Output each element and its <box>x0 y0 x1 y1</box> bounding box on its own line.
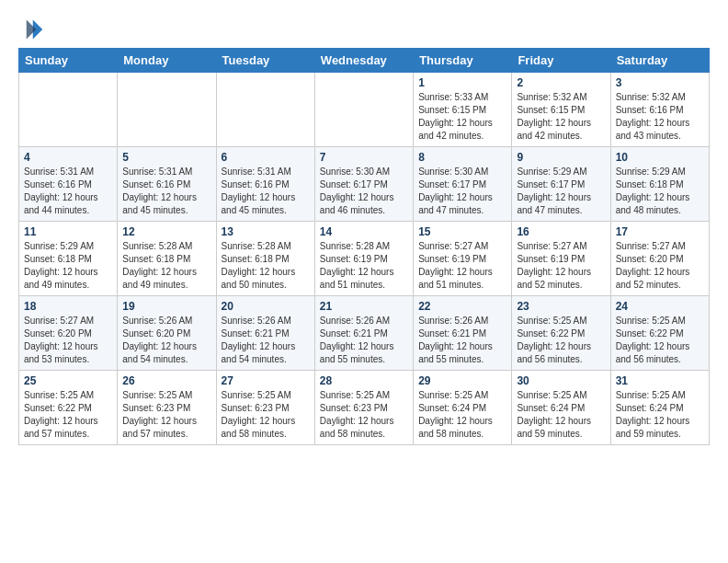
day-cell: 31Sunrise: 5:25 AM Sunset: 6:24 PM Dayli… <box>610 371 709 445</box>
day-number: 1 <box>418 76 506 89</box>
day-cell: 7Sunrise: 5:30 AM Sunset: 6:17 PM Daylig… <box>314 147 413 222</box>
day-info: Sunrise: 5:29 AM Sunset: 6:17 PM Dayligh… <box>517 166 605 217</box>
day-cell: 6Sunrise: 5:31 AM Sunset: 6:16 PM Daylig… <box>216 147 314 222</box>
day-cell <box>314 73 413 147</box>
day-info: Sunrise: 5:25 AM Sunset: 6:22 PM Dayligh… <box>24 389 112 441</box>
weekday-header-saturday: Saturday <box>610 49 709 73</box>
day-cell: 26Sunrise: 5:25 AM Sunset: 6:23 PM Dayli… <box>118 371 216 445</box>
day-number: 2 <box>517 76 605 89</box>
day-info: Sunrise: 5:31 AM Sunset: 6:16 PM Dayligh… <box>122 166 210 217</box>
logo-icon <box>18 17 44 42</box>
day-info: Sunrise: 5:27 AM Sunset: 6:19 PM Dayligh… <box>517 240 605 292</box>
day-cell: 10Sunrise: 5:29 AM Sunset: 6:18 PM Dayli… <box>610 147 709 222</box>
day-cell: 20Sunrise: 5:26 AM Sunset: 6:21 PM Dayli… <box>216 296 314 371</box>
day-cell: 28Sunrise: 5:25 AM Sunset: 6:23 PM Dayli… <box>314 371 413 445</box>
day-info: Sunrise: 5:25 AM Sunset: 6:24 PM Dayligh… <box>517 389 605 441</box>
day-cell: 25Sunrise: 5:25 AM Sunset: 6:22 PM Dayli… <box>19 371 118 445</box>
day-info: Sunrise: 5:31 AM Sunset: 6:16 PM Dayligh… <box>222 166 310 217</box>
day-info: Sunrise: 5:25 AM Sunset: 6:22 PM Dayligh… <box>517 315 605 366</box>
day-info: Sunrise: 5:25 AM Sunset: 6:23 PM Dayligh… <box>320 389 408 441</box>
day-number: 25 <box>24 374 112 387</box>
day-cell: 5Sunrise: 5:31 AM Sunset: 6:16 PM Daylig… <box>118 147 216 222</box>
day-number: 21 <box>320 300 408 313</box>
day-number: 31 <box>616 374 704 387</box>
day-info: Sunrise: 5:25 AM Sunset: 6:23 PM Dayligh… <box>122 389 210 441</box>
day-number: 3 <box>616 76 704 89</box>
day-number: 26 <box>122 374 210 387</box>
calendar-table: SundayMondayTuesdayWednesdayThursdayFrid… <box>18 48 710 445</box>
day-info: Sunrise: 5:28 AM Sunset: 6:19 PM Dayligh… <box>320 240 408 292</box>
day-cell: 11Sunrise: 5:29 AM Sunset: 6:18 PM Dayli… <box>19 222 118 296</box>
day-number: 24 <box>616 300 704 313</box>
day-cell: 16Sunrise: 5:27 AM Sunset: 6:19 PM Dayli… <box>512 222 610 296</box>
day-info: Sunrise: 5:33 AM Sunset: 6:15 PM Dayligh… <box>418 91 506 143</box>
day-info: Sunrise: 5:27 AM Sunset: 6:20 PM Dayligh… <box>616 240 704 292</box>
day-cell: 17Sunrise: 5:27 AM Sunset: 6:20 PM Dayli… <box>610 222 709 296</box>
day-number: 7 <box>320 151 408 164</box>
day-info: Sunrise: 5:25 AM Sunset: 6:22 PM Dayligh… <box>616 315 704 366</box>
weekday-header-thursday: Thursday <box>414 49 512 73</box>
day-info: Sunrise: 5:32 AM Sunset: 6:16 PM Dayligh… <box>616 91 704 143</box>
week-row-5: 25Sunrise: 5:25 AM Sunset: 6:22 PM Dayli… <box>19 371 710 445</box>
day-info: Sunrise: 5:25 AM Sunset: 6:24 PM Dayligh… <box>616 389 704 441</box>
day-cell: 18Sunrise: 5:27 AM Sunset: 6:20 PM Dayli… <box>19 296 118 371</box>
week-row-2: 4Sunrise: 5:31 AM Sunset: 6:16 PM Daylig… <box>19 147 710 222</box>
week-row-3: 11Sunrise: 5:29 AM Sunset: 6:18 PM Dayli… <box>19 222 710 296</box>
day-cell: 29Sunrise: 5:25 AM Sunset: 6:24 PM Dayli… <box>414 371 512 445</box>
day-info: Sunrise: 5:28 AM Sunset: 6:18 PM Dayligh… <box>222 240 310 292</box>
week-row-4: 18Sunrise: 5:27 AM Sunset: 6:20 PM Dayli… <box>19 296 710 371</box>
day-cell: 27Sunrise: 5:25 AM Sunset: 6:23 PM Dayli… <box>216 371 314 445</box>
weekday-header-monday: Monday <box>118 49 216 73</box>
day-number: 28 <box>320 374 408 387</box>
day-cell: 19Sunrise: 5:26 AM Sunset: 6:20 PM Dayli… <box>118 296 216 371</box>
day-number: 13 <box>222 225 310 238</box>
day-number: 12 <box>122 225 210 238</box>
day-info: Sunrise: 5:25 AM Sunset: 6:23 PM Dayligh… <box>222 389 310 441</box>
day-number: 29 <box>418 374 506 387</box>
day-info: Sunrise: 5:25 AM Sunset: 6:24 PM Dayligh… <box>418 389 506 441</box>
day-cell: 4Sunrise: 5:31 AM Sunset: 6:16 PM Daylig… <box>19 147 118 222</box>
day-number: 5 <box>122 151 210 164</box>
weekday-header-row: SundayMondayTuesdayWednesdayThursdayFrid… <box>19 49 710 73</box>
day-info: Sunrise: 5:32 AM Sunset: 6:15 PM Dayligh… <box>517 91 605 143</box>
day-info: Sunrise: 5:26 AM Sunset: 6:21 PM Dayligh… <box>418 315 506 366</box>
day-info: Sunrise: 5:29 AM Sunset: 6:18 PM Dayligh… <box>24 240 112 292</box>
day-number: 6 <box>222 151 310 164</box>
day-cell: 24Sunrise: 5:25 AM Sunset: 6:22 PM Dayli… <box>610 296 709 371</box>
day-info: Sunrise: 5:26 AM Sunset: 6:21 PM Dayligh… <box>320 315 408 366</box>
day-info: Sunrise: 5:29 AM Sunset: 6:18 PM Dayligh… <box>616 166 704 217</box>
day-cell: 1Sunrise: 5:33 AM Sunset: 6:15 PM Daylig… <box>414 73 512 147</box>
day-number: 19 <box>122 300 210 313</box>
day-number: 16 <box>517 225 605 238</box>
weekday-header-tuesday: Tuesday <box>216 49 314 73</box>
day-info: Sunrise: 5:30 AM Sunset: 6:17 PM Dayligh… <box>418 166 506 217</box>
day-cell: 8Sunrise: 5:30 AM Sunset: 6:17 PM Daylig… <box>414 147 512 222</box>
day-cell: 9Sunrise: 5:29 AM Sunset: 6:17 PM Daylig… <box>512 147 610 222</box>
week-row-1: 1Sunrise: 5:33 AM Sunset: 6:15 PM Daylig… <box>19 73 710 147</box>
weekday-header-friday: Friday <box>512 49 610 73</box>
day-info: Sunrise: 5:28 AM Sunset: 6:18 PM Dayligh… <box>122 240 210 292</box>
day-number: 20 <box>222 300 310 313</box>
day-cell: 22Sunrise: 5:26 AM Sunset: 6:21 PM Dayli… <box>414 296 512 371</box>
day-cell: 13Sunrise: 5:28 AM Sunset: 6:18 PM Dayli… <box>216 222 314 296</box>
day-info: Sunrise: 5:31 AM Sunset: 6:16 PM Dayligh… <box>24 166 112 217</box>
header <box>18 17 710 42</box>
day-number: 17 <box>616 225 704 238</box>
day-info: Sunrise: 5:27 AM Sunset: 6:19 PM Dayligh… <box>418 240 506 292</box>
day-cell: 3Sunrise: 5:32 AM Sunset: 6:16 PM Daylig… <box>610 73 709 147</box>
weekday-header-sunday: Sunday <box>19 49 118 73</box>
day-number: 11 <box>24 225 112 238</box>
day-info: Sunrise: 5:27 AM Sunset: 6:20 PM Dayligh… <box>24 315 112 366</box>
day-cell: 23Sunrise: 5:25 AM Sunset: 6:22 PM Dayli… <box>512 296 610 371</box>
day-cell: 21Sunrise: 5:26 AM Sunset: 6:21 PM Dayli… <box>314 296 413 371</box>
day-cell <box>216 73 314 147</box>
day-number: 9 <box>517 151 605 164</box>
day-number: 10 <box>616 151 704 164</box>
day-info: Sunrise: 5:30 AM Sunset: 6:17 PM Dayligh… <box>320 166 408 217</box>
day-number: 4 <box>24 151 112 164</box>
day-number: 23 <box>517 300 605 313</box>
day-cell <box>19 73 118 147</box>
day-cell: 15Sunrise: 5:27 AM Sunset: 6:19 PM Dayli… <box>414 222 512 296</box>
day-cell: 14Sunrise: 5:28 AM Sunset: 6:19 PM Dayli… <box>314 222 413 296</box>
page: SundayMondayTuesdayWednesdayThursdayFrid… <box>0 0 728 456</box>
